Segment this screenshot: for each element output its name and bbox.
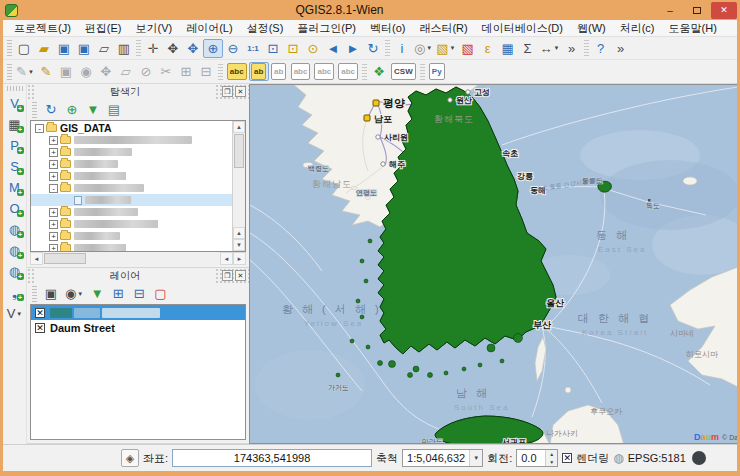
tree-item-redacted[interactable]: - xyxy=(31,182,232,194)
add-feature-button[interactable]: ◉ xyxy=(76,62,96,81)
add-oracle-layer-button[interactable]: O+ xyxy=(5,199,25,218)
manage-layer-visibility-button[interactable]: ◉▼ xyxy=(63,285,85,302)
tree-item-redacted[interactable]: + xyxy=(31,242,232,251)
filter-legend-button[interactable]: ▼ xyxy=(88,285,106,302)
tree-item-redacted[interactable]: + xyxy=(31,134,232,146)
menu-item[interactable]: 데이터베이스(D) xyxy=(475,20,570,36)
tree-item-redacted[interactable]: + xyxy=(31,218,232,230)
toolbar-overflow-button[interactable]: » xyxy=(562,39,582,58)
zoom-full-button[interactable]: ⊡ xyxy=(263,39,283,58)
composer-manager-button[interactable]: ▥ xyxy=(114,39,134,58)
scroll-up-icon-2[interactable]: ▲ xyxy=(233,227,245,239)
scrollbar-thumb-h[interactable] xyxy=(44,253,86,264)
scroll-left-icon-2[interactable]: ◄ xyxy=(220,252,233,265)
expand-expander-icon[interactable]: + xyxy=(49,232,58,241)
refresh-map-button[interactable]: ↻ xyxy=(363,39,383,58)
toolbar-grip[interactable] xyxy=(32,102,37,118)
dropdown-caret-icon[interactable]: ▼ xyxy=(426,45,432,51)
dropdown-caret-icon[interactable]: ▼ xyxy=(450,45,456,51)
layer-item-daum-street[interactable]: ✕Daum Street xyxy=(31,320,245,335)
menu-item[interactable]: 레이어(L) xyxy=(179,20,239,36)
menu-item[interactable]: 편집(E) xyxy=(78,20,129,36)
add-wfs-layer-button[interactable]: ◍+ xyxy=(5,262,25,281)
menu-item[interactable]: 래스터(R) xyxy=(412,20,474,36)
render-checkbox[interactable]: ✕ xyxy=(562,453,572,463)
deselect-features-button[interactable]: ▧ xyxy=(458,39,478,58)
pin-unpin-labels-button[interactable]: ab xyxy=(249,62,269,81)
move-label-button[interactable]: abc xyxy=(289,62,313,81)
tree-item-redacted[interactable]: + xyxy=(31,206,232,218)
field-calculator-button[interactable]: Σ xyxy=(518,39,538,58)
tree-item-redacted[interactable]: + xyxy=(31,158,232,170)
tree-item-redacted[interactable]: + xyxy=(31,146,232,158)
select-by-expression-button[interactable]: ε xyxy=(478,39,498,58)
add-wcs-layer-button[interactable]: ◍+ xyxy=(5,241,25,260)
menu-item[interactable]: 보기(V) xyxy=(129,20,180,36)
add-group-button[interactable]: ▣ xyxy=(42,285,60,302)
scroll-right-icon[interactable]: ► xyxy=(233,252,246,265)
scroll-down-icon[interactable]: ▼ xyxy=(233,239,245,251)
spin-down-icon[interactable]: ▼ xyxy=(546,458,557,466)
menu-item[interactable]: 웹(W) xyxy=(570,20,613,36)
coordinate-input[interactable] xyxy=(172,449,372,467)
collapse-expander-icon[interactable]: - xyxy=(35,124,44,133)
tree-item-redacted[interactable] xyxy=(31,194,232,206)
toolbar-overflow-2-button[interactable]: » xyxy=(611,39,631,58)
layers-panel-header[interactable]: 레이어 ❐ ✕ xyxy=(27,268,249,283)
spin-up-icon[interactable]: ▲ xyxy=(546,450,557,458)
new-print-composer-button[interactable]: ▱ xyxy=(94,39,114,58)
menu-item[interactable]: 플러그인(P) xyxy=(290,20,363,36)
copy-features-button[interactable]: ⊞ xyxy=(176,62,196,81)
add-vector-layer-button[interactable]: V+ xyxy=(5,94,25,113)
maximize-button[interactable] xyxy=(684,2,710,19)
rotation-spinbox[interactable]: 0.0 ▲▼ xyxy=(516,449,558,467)
save-project-as-button[interactable]: ▣ xyxy=(74,39,94,58)
add-mssql-layer-button[interactable]: M+ xyxy=(5,178,25,197)
menu-item[interactable]: 설정(S) xyxy=(240,20,291,36)
menu-item[interactable]: 도움말(H) xyxy=(662,20,724,36)
help-button[interactable]: ? xyxy=(591,39,611,58)
menu-item[interactable]: 벡터(o) xyxy=(363,20,412,36)
browser-close-button[interactable]: ✕ xyxy=(235,86,246,97)
dropdown-caret-icon[interactable]: ▼ xyxy=(554,45,560,51)
add-wms-layer-button[interactable]: ◍+ xyxy=(5,220,25,239)
layers-close-button[interactable]: ✕ xyxy=(235,270,246,281)
coordinate-capture-icon[interactable]: ◈ xyxy=(121,449,139,467)
layer-checkbox[interactable]: ✕ xyxy=(35,308,45,318)
toolbar-grip[interactable] xyxy=(7,40,12,56)
collapse-all-button[interactable]: ⊟ xyxy=(130,285,148,302)
save-project-button[interactable]: ▣ xyxy=(54,39,74,58)
zoom-next-button[interactable]: ► xyxy=(343,39,363,58)
dropdown-caret-icon[interactable]: ▼ xyxy=(16,311,22,317)
browser-filter-button[interactable]: ▼ xyxy=(84,101,102,118)
rotate-label-button[interactable]: abc xyxy=(312,62,336,81)
remove-layer-button[interactable]: ▢ xyxy=(151,285,169,302)
scrollbar-thumb[interactable] xyxy=(234,134,244,168)
browser-properties-button[interactable]: ▤ xyxy=(105,101,123,118)
browser-add-button[interactable]: ⊕ xyxy=(63,101,81,118)
browser-horizontal-scrollbar[interactable]: ◄ ◄ ► xyxy=(30,252,246,265)
paste-features-button[interactable]: ⊟ xyxy=(196,62,216,81)
open-project-button[interactable]: ▰ xyxy=(34,39,54,58)
add-raster-layer-button[interactable]: ▦+ xyxy=(5,115,25,134)
expand-expander-icon[interactable]: + xyxy=(49,172,58,181)
zoom-to-layer-button[interactable]: ⊙ xyxy=(303,39,323,58)
csw-button[interactable]: CSW xyxy=(389,62,418,81)
tree-item-redacted[interactable]: + xyxy=(31,170,232,182)
browser-float-button[interactable]: ❐ xyxy=(222,86,233,97)
change-label-button[interactable]: abc xyxy=(336,62,360,81)
delete-selected-button[interactable]: ⊘ xyxy=(136,62,156,81)
map-canvas[interactable]: 평양남포사리원해주원산고성속초강릉동해울산부산백령도연평도가거도울릉도독도마라도… xyxy=(249,84,737,444)
pan-map-button[interactable]: ✥ xyxy=(163,39,183,58)
toggle-editing-button[interactable]: ✎ xyxy=(36,62,56,81)
move-feature-button[interactable]: ✥ xyxy=(96,62,116,81)
menu-item[interactable]: 프로젝트(J) xyxy=(7,20,78,36)
browser-refresh-button[interactable]: ↻ xyxy=(42,101,60,118)
metasearch-button[interactable]: ❖ xyxy=(369,62,389,81)
touch-zoom-pan-button[interactable]: ✛ xyxy=(143,39,163,58)
highlight-pinned-labels-button[interactable]: abc xyxy=(225,62,249,81)
expand-expander-icon[interactable]: + xyxy=(49,148,58,157)
toolbar-grip[interactable] xyxy=(32,286,37,302)
add-delimited-text-layer-button[interactable]: ❟+ xyxy=(5,283,25,302)
expand-expander-icon[interactable]: + xyxy=(49,220,58,229)
